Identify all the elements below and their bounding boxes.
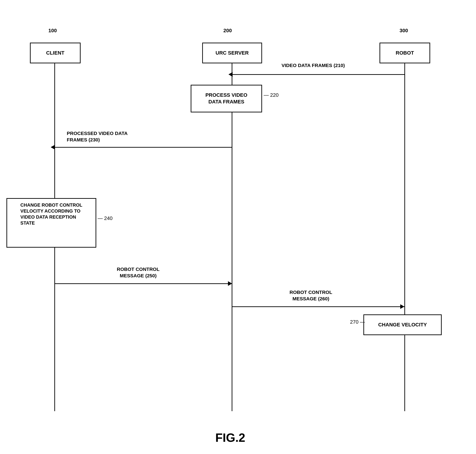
step-240: — 240 [98, 215, 113, 221]
change-robot-box: CHANGE ROBOT CONTROLVELOCITY ACCORDING T… [7, 198, 96, 248]
step-220: — 220 [264, 92, 279, 98]
robot-control-260-line [232, 306, 404, 307]
processed-video-arrowhead [51, 145, 55, 150]
figure-caption: FIG.2 [161, 431, 299, 445]
client-box: CLIENT [30, 43, 81, 63]
client-number: 100 [48, 28, 57, 34]
robot-box: ROBOT [379, 43, 430, 63]
server-number: 200 [223, 28, 232, 34]
robot-control-250-label: ROBOT CONTROLMESSAGE (250) [81, 266, 196, 279]
video-data-frames-line [233, 74, 404, 75]
video-data-frames-label: VIDEO DATA FRAMES (210) [249, 62, 378, 69]
video-data-frames-arrowhead [228, 72, 233, 77]
robot-control-260-label: ROBOT CONTROLMESSAGE (260) [251, 289, 371, 302]
processed-video-line [55, 147, 232, 148]
diagram: 100 200 300 CLIENT URC SERVER ROBOT VIDE… [0, 0, 476, 454]
processed-video-label: PROCESSED VIDEO DATAFRAMES (230) [67, 130, 200, 143]
server-lifeline [232, 63, 232, 411]
robot-control-250-arrowhead [228, 281, 232, 286]
change-velocity-box: CHANGE VELOCITY [363, 314, 442, 335]
robot-number: 300 [400, 28, 408, 34]
robot-control-260-arrowhead [400, 304, 404, 309]
urc-server-box: URC SERVER [202, 43, 262, 63]
robot-control-250-line [55, 283, 232, 284]
step-270: 270 — [350, 319, 365, 325]
robot-lifeline [404, 63, 405, 411]
process-video-box: PROCESS VIDEODATA FRAMES [191, 85, 262, 112]
